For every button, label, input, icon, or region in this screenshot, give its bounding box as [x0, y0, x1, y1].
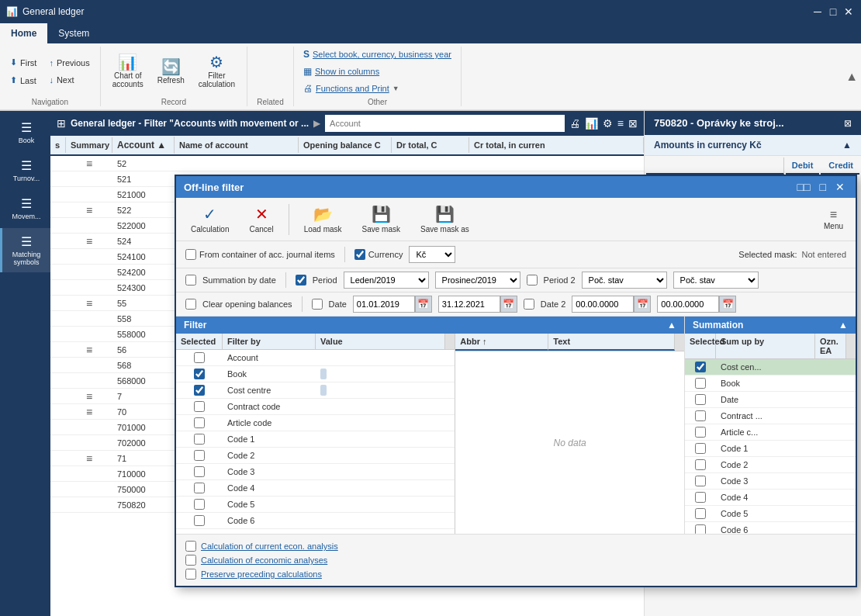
summation-date-checkbox[interactable]	[185, 275, 196, 286]
filter-row[interactable]: Account	[176, 350, 455, 366]
sum-row[interactable]: Code 4	[685, 490, 856, 506]
calc-economic-checkbox[interactable]	[185, 555, 196, 566]
period2-to-select[interactable]: Poč. stav	[673, 272, 759, 289]
sum-row-checkbox[interactable]	[695, 443, 706, 454]
dialog-close-btn[interactable]: ✕	[832, 181, 848, 193]
period2-from-select[interactable]: Poč. stav	[582, 272, 667, 289]
filter-td-filterby: Account	[223, 351, 316, 365]
date-from-cal-btn[interactable]: 📅	[415, 296, 432, 313]
load-mask-button[interactable]: 📂 Load mask	[296, 201, 351, 237]
filter-row[interactable]: Code 4	[176, 480, 455, 497]
filter-td-value	[316, 518, 455, 523]
date2-to-cal-btn[interactable]: 📅	[719, 296, 736, 313]
currency-select[interactable]: Kč	[409, 246, 455, 263]
filter-row-checkbox[interactable]	[194, 466, 205, 477]
calc-economic-label[interactable]: Calculation of economic analyses	[201, 555, 327, 565]
filter-row-checkbox[interactable]	[194, 401, 205, 412]
filter-row-checkbox[interactable]	[194, 450, 205, 461]
date-to-cal-btn[interactable]: 📅	[500, 296, 517, 313]
offline-filter-dialog: Off-line filter □□ □ ✕ ✓ Calculation ✕ C…	[175, 175, 857, 587]
period-from-select[interactable]: Leden/2019	[344, 272, 429, 289]
filter-row[interactable]: Code 6	[176, 513, 455, 529]
period-to-select[interactable]: Prosinec/2019	[435, 272, 520, 289]
preserve-label[interactable]: Preserve preceding calculations	[201, 569, 322, 579]
dialog-title: Off-line filter	[184, 182, 244, 193]
not-entered-value: Not entered	[802, 250, 846, 259]
sum-row[interactable]: Cost cen...	[685, 359, 856, 375]
filter-row-checkbox[interactable]	[194, 483, 205, 493]
date2-from-input[interactable]	[572, 296, 634, 313]
save-mask-as-icon: 💾	[435, 205, 455, 223]
filter-td-selected	[176, 464, 223, 479]
calculation-button[interactable]: ✓ Calculation	[182, 201, 237, 237]
container-checkbox[interactable]	[185, 249, 196, 260]
filter-row[interactable]: Code 3	[176, 464, 455, 480]
date-from-input[interactable]	[353, 296, 415, 313]
sum-row[interactable]: Article c...	[685, 424, 856, 441]
dialog-overlay: Off-line filter □□ □ ✕ ✓ Calculation ✕ C…	[0, 0, 861, 616]
sum-row-checkbox[interactable]	[695, 492, 706, 503]
dialog-tile-btn[interactable]: □□	[794, 181, 814, 193]
sum-td-selected	[685, 375, 716, 391]
sum-row-checkbox[interactable]	[695, 410, 706, 421]
sum-row-checkbox[interactable]	[695, 394, 706, 405]
clear-opening-checkbox[interactable]	[185, 299, 196, 310]
filter-td-filterby: Book	[223, 367, 316, 381]
sum-row[interactable]: Book	[685, 375, 856, 392]
sum-row-checkbox[interactable]	[695, 524, 706, 534]
filter-row[interactable]: Article code	[176, 415, 455, 431]
date2-from-cal-btn[interactable]: 📅	[634, 296, 651, 313]
filter-row-checkbox[interactable]	[194, 515, 205, 526]
save-mask-as-button[interactable]: 💾 Save mask as	[412, 201, 478, 237]
sum-row-checkbox[interactable]	[695, 476, 706, 486]
summation-collapse-btn[interactable]: ▲	[839, 320, 848, 330]
sum-row[interactable]: Date	[685, 392, 856, 408]
filter-row[interactable]: Code 5	[176, 497, 455, 513]
filter-td-selected	[176, 350, 223, 365]
sum-td-ozn	[825, 446, 856, 451]
selected-mask-area: Selected mask: Not entered	[738, 250, 846, 259]
sum-td-selected	[685, 359, 716, 375]
container-label: From container of acc. journal items	[199, 250, 335, 259]
sum-row[interactable]: Code 1	[685, 441, 856, 457]
save-mask-button[interactable]: 💾 Save mask	[354, 201, 409, 237]
menu-button[interactable]: ≡ Menu	[818, 205, 849, 234]
filter-row-checkbox[interactable]	[194, 352, 205, 363]
sum-row[interactable]: Code 5	[685, 506, 856, 522]
filter-row-checkbox[interactable]	[194, 385, 205, 396]
period-checkbox[interactable]	[296, 275, 306, 286]
calc-current-label[interactable]: Calculation of current econ. analysis	[201, 542, 338, 551]
sum-row[interactable]: Code 2	[685, 457, 856, 473]
date-checkbox[interactable]	[312, 299, 323, 310]
filter-row-checkbox[interactable]	[194, 499, 205, 510]
calc-current-checkbox[interactable]	[185, 541, 196, 552]
cancel-button[interactable]: ✕ Cancel	[240, 201, 282, 237]
filter-row[interactable]: Code 2	[176, 448, 455, 464]
sum-row-checkbox[interactable]	[695, 378, 706, 389]
filter-row-checkbox[interactable]	[194, 417, 205, 428]
sum-row-checkbox[interactable]	[695, 427, 706, 438]
sum-row-checkbox[interactable]	[695, 362, 706, 372]
currency-checkbox[interactable]	[354, 249, 365, 260]
filter-row-checkbox[interactable]	[194, 434, 205, 445]
filter-row[interactable]: Cost centre	[176, 382, 455, 399]
filter-row[interactable]: Code 1	[176, 431, 455, 448]
date2-checkbox[interactable]	[524, 299, 534, 310]
filter-row[interactable]: Contract code	[176, 399, 455, 415]
th-abbr: Abbr ↑	[455, 334, 548, 351]
filter-panel-collapse-btn[interactable]: ▲	[667, 320, 676, 330]
sum-row[interactable]: Contract ...	[685, 408, 856, 424]
dialog-max-btn[interactable]: □	[817, 181, 829, 193]
period2-checkbox[interactable]	[527, 275, 538, 286]
date2-to-input[interactable]	[657, 296, 719, 313]
date-to-input[interactable]	[438, 296, 500, 313]
filter-row-checkbox[interactable]	[194, 369, 205, 379]
sum-td-sumby: Code 3	[716, 474, 825, 488]
filter-row[interactable]: Book	[176, 366, 455, 382]
preserve-checkbox[interactable]	[185, 569, 196, 580]
sum-row-checkbox[interactable]	[695, 459, 706, 470]
sum-row[interactable]: Code 6	[685, 522, 856, 534]
sum-row-checkbox[interactable]	[695, 508, 706, 519]
sum-row[interactable]: Code 3	[685, 473, 856, 490]
filter-td-value	[316, 366, 455, 382]
